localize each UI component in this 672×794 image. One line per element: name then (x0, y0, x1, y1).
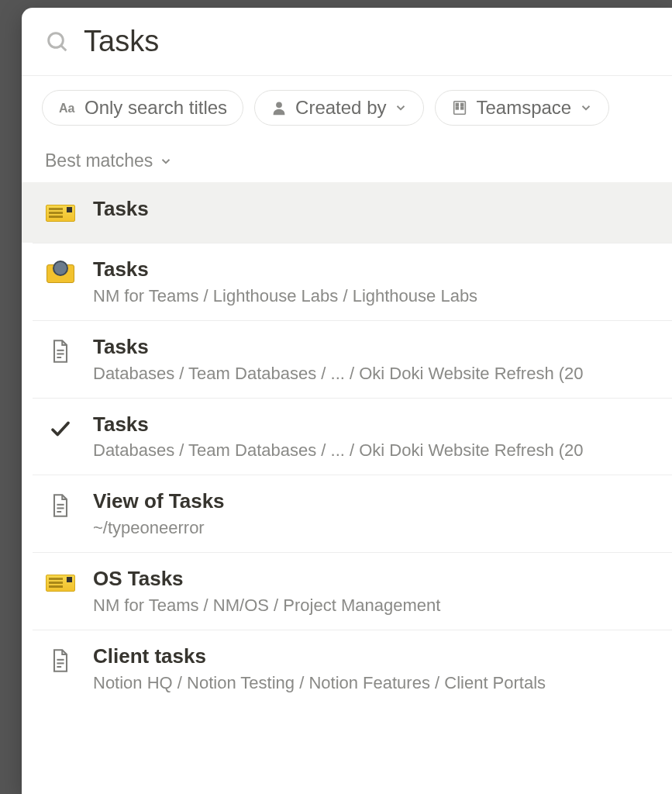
building-icon (451, 99, 468, 116)
result-title: Tasks (93, 412, 649, 438)
search-result[interactable]: Client tasksNotion HQ / Notion Testing /… (22, 630, 672, 707)
filter-created-by[interactable]: Created by (254, 90, 424, 126)
result-title: Tasks (93, 257, 649, 283)
filter-label: Created by (295, 97, 386, 119)
result-body: TasksNM for Teams / Lighthouse Labs / Li… (93, 257, 649, 306)
result-path: Databases / Team Databases / ... / Oki D… (93, 440, 649, 461)
svg-rect-8 (461, 107, 464, 109)
result-body: Tasks (93, 196, 649, 223)
filters-row: Aa Only search titles Created by Teamsp (22, 76, 672, 143)
svg-point-3 (276, 102, 282, 108)
chevron-down-icon (159, 154, 173, 168)
results-list: TasksTasksNM for Teams / Lighthouse Labs… (22, 182, 672, 794)
search-result[interactable]: TasksDatabases / Team Databases / ... / … (22, 398, 672, 475)
chevron-down-icon (394, 101, 408, 115)
filter-label: Only search titles (84, 97, 227, 119)
result-title: View of Tasks (93, 488, 649, 515)
search-modal: Aa Only search titles Created by Teamsp (22, 8, 672, 794)
result-path: ~/typeoneerror (93, 518, 649, 538)
result-title: Tasks (93, 196, 649, 223)
result-body: TasksDatabases / Team Databases / ... / … (93, 334, 649, 384)
result-body: Client tasksNotion HQ / Notion Testing /… (93, 644, 649, 693)
filter-teamspace[interactable]: Teamspace (435, 90, 609, 126)
result-body: View of Tasks~/typeoneerror (93, 488, 649, 538)
result-title: OS Tasks (93, 566, 649, 592)
camera-icon (47, 264, 74, 283)
search-result[interactable]: Tasks (22, 182, 672, 243)
search-result[interactable]: OS TasksNM for Teams / NM/OS / Project M… (22, 552, 672, 630)
sort-dropdown[interactable]: Best matches (22, 143, 672, 182)
page-icon (50, 339, 71, 364)
result-path: Notion HQ / Notion Testing / Notion Feat… (93, 673, 649, 693)
sort-label: Best matches (45, 150, 153, 171)
svg-rect-6 (461, 104, 464, 106)
filter-label: Teamspace (476, 97, 571, 119)
ticket-icon (46, 575, 75, 592)
search-icon (45, 29, 70, 54)
result-path: NM for Teams / NM/OS / Project Managemen… (93, 596, 649, 616)
svg-rect-7 (457, 107, 459, 109)
match-case-icon: Aa (58, 98, 77, 117)
result-path: Databases / Team Databases / ... / Oki D… (93, 364, 649, 384)
ticket-icon (46, 205, 75, 222)
svg-line-1 (61, 45, 67, 50)
result-path: NM for Teams / Lighthouse Labs / Lightho… (93, 286, 649, 306)
search-result[interactable]: View of Tasks~/typeoneerror (22, 475, 672, 552)
svg-text:Aa: Aa (59, 102, 75, 115)
result-body: TasksDatabases / Team Databases / ... / … (93, 412, 649, 461)
result-title: Client tasks (93, 644, 649, 670)
page-icon (50, 493, 71, 518)
search-input[interactable] (84, 25, 649, 58)
chevron-down-icon (579, 101, 593, 115)
svg-point-0 (49, 33, 64, 47)
result-title: Tasks (93, 334, 649, 361)
result-body: OS TasksNM for Teams / NM/OS / Project M… (93, 566, 649, 616)
filter-titles-only[interactable]: Aa Only search titles (42, 90, 243, 126)
search-row (22, 8, 672, 76)
person-icon (271, 99, 288, 116)
svg-rect-5 (457, 104, 459, 106)
checkmark-icon (49, 417, 72, 440)
search-result[interactable]: TasksNM for Teams / Lighthouse Labs / Li… (22, 243, 672, 320)
search-result[interactable]: TasksDatabases / Team Databases / ... / … (22, 320, 672, 398)
page-icon (50, 648, 71, 673)
